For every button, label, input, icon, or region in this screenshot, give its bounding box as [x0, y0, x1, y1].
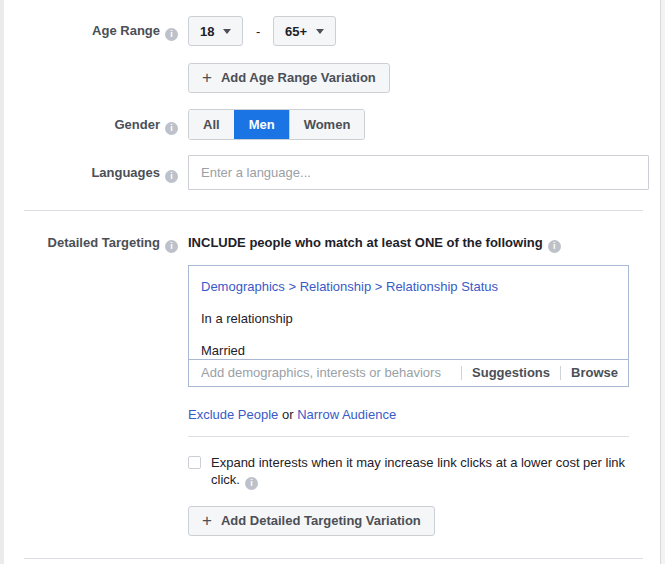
detailed-targeting-label-text: Detailed Targeting — [48, 235, 160, 250]
detailed-targeting-row: Detailed Targetingi INCLUDE people who m… — [4, 235, 660, 536]
age-variation-row: + Add Age Range Variation — [4, 63, 660, 93]
browse-button[interactable]: Browse — [571, 365, 618, 380]
targeting-item[interactable]: In a relationship — [189, 295, 628, 327]
age-max-value: 65+ — [285, 24, 307, 39]
gender-segmented-control: All Men Women — [188, 109, 365, 140]
age-variation-wrap: + Add Age Range Variation — [188, 63, 660, 93]
add-detailed-targeting-variation-button[interactable]: + Add Detailed Targeting Variation — [188, 506, 435, 536]
section-divider — [24, 210, 643, 211]
age-range-row: Age Rangei 18 - 65+ — [4, 16, 660, 47]
exclude-people-link[interactable]: Exclude People — [188, 407, 278, 422]
add-targeting-input[interactable] — [191, 360, 451, 386]
vertical-separator — [461, 366, 462, 380]
vertical-separator — [560, 366, 561, 380]
targeting-include-box: Demographics > Relationship > Relationsh… — [188, 265, 629, 387]
age-min-value: 18 — [200, 24, 214, 39]
add-detailed-targeting-variation-label: Add Detailed Targeting Variation — [221, 513, 421, 528]
bottom-divider — [24, 558, 643, 559]
add-age-range-variation-label: Add Age Range Variation — [221, 70, 376, 85]
info-icon[interactable]: i — [548, 240, 561, 253]
right-edge — [660, 0, 665, 564]
languages-input-wrap — [188, 155, 649, 190]
exclude-narrow-line: Exclude People or Narrow Audience — [188, 407, 660, 423]
include-header-text: INCLUDE people who match at least ONE of… — [188, 235, 543, 250]
targeting-form: Age Rangei 18 - 65+ + Add Age Rang — [4, 0, 660, 559]
ad-set-targeting-panel: Age Rangei 18 - 65+ + Add Age Rang — [0, 0, 665, 564]
expand-interests-row: Expand interests when it may increase li… — [188, 454, 660, 490]
gender-option-women[interactable]: Women — [289, 110, 365, 139]
detailed-variation-wrap: + Add Detailed Targeting Variation — [188, 506, 660, 536]
age-range-label-text: Age Range — [92, 23, 160, 38]
add-age-range-variation-button[interactable]: + Add Age Range Variation — [188, 63, 390, 93]
gender-controls: All Men Women — [188, 109, 660, 140]
info-icon[interactable]: i — [165, 28, 178, 41]
gender-option-all[interactable]: All — [189, 110, 234, 139]
info-icon[interactable]: i — [165, 170, 178, 183]
expand-interests-label-text: Expand interests when it may increase li… — [211, 455, 625, 487]
gender-row: Genderi All Men Women — [4, 109, 660, 140]
or-text: or — [282, 407, 294, 422]
languages-label-text: Languages — [91, 165, 160, 180]
expand-interests-label: Expand interests when it may increase li… — [211, 454, 643, 490]
info-icon[interactable]: i — [165, 240, 178, 253]
gender-option-men[interactable]: Men — [234, 110, 289, 139]
info-icon[interactable]: i — [245, 477, 258, 490]
gender-label: Genderi — [4, 109, 188, 140]
plus-icon: + — [202, 69, 212, 86]
info-icon[interactable]: i — [165, 122, 178, 135]
targeting-category-breadcrumb[interactable]: Demographics > Relationship > Relationsh… — [189, 266, 628, 295]
plus-icon: + — [202, 512, 212, 529]
narrow-audience-link[interactable]: Narrow Audience — [297, 407, 396, 422]
age-min-dropdown[interactable]: 18 — [188, 16, 243, 46]
detailed-targeting-label: Detailed Targetingi — [4, 235, 188, 253]
expand-interests-checkbox[interactable] — [188, 456, 201, 469]
languages-label: Languagesi — [4, 155, 188, 190]
targeting-item[interactable]: Married — [189, 327, 628, 359]
caret-down-icon — [316, 29, 324, 34]
include-header: INCLUDE people who match at least ONE of… — [188, 235, 660, 253]
age-max-dropdown[interactable]: 65+ — [273, 16, 336, 46]
suggestions-button[interactable]: Suggestions — [472, 365, 550, 380]
gender-label-text: Gender — [114, 117, 160, 132]
caret-down-icon — [223, 29, 231, 34]
sub-divider — [188, 436, 629, 437]
age-range-separator: - — [256, 17, 260, 47]
age-range-label: Age Rangei — [4, 16, 188, 46]
targeting-box-footer: Suggestions Browse — [189, 359, 628, 386]
age-range-controls: 18 - 65+ — [188, 16, 660, 47]
detailed-targeting-content: INCLUDE people who match at least ONE of… — [188, 235, 660, 536]
languages-row: Languagesi — [4, 155, 660, 190]
languages-input[interactable] — [188, 155, 649, 190]
